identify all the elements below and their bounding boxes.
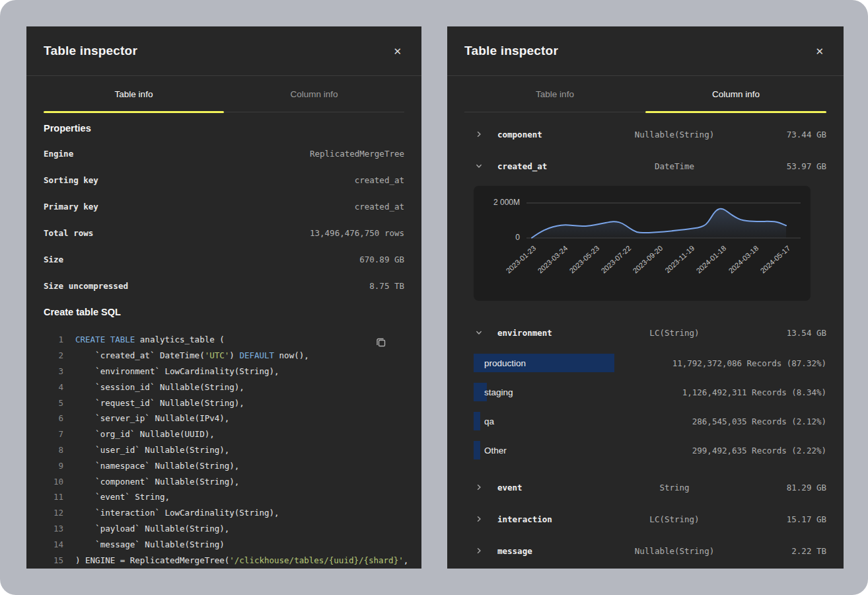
panel-header: Table inspector ✕ [447, 26, 844, 76]
line-number: 15 [44, 555, 63, 565]
code-token: 'UTC' [205, 350, 230, 360]
x-axis-label: 2023-01-23 [504, 244, 537, 275]
env-value-label: qa [484, 416, 692, 426]
tab-table-info[interactable]: Table info [464, 76, 645, 112]
column-type: Nullable(String) [595, 130, 754, 139]
column-name: environment [497, 328, 595, 338]
env-value-records: 299,492,635 Records (2.22%) [692, 446, 826, 456]
code-text: `user_id` Nullable(String), [75, 445, 229, 455]
property-label: Total rows [44, 228, 93, 238]
code-line: 8 `user_id` Nullable(String), [44, 442, 404, 458]
property-value: ReplicatedMergeTree [310, 149, 404, 159]
tab-column-info[interactable]: Column info [645, 76, 826, 112]
code-text: `message` Nullable(String) [75, 539, 225, 549]
property-row: Sorting keycreated_at [44, 167, 404, 193]
line-number: 12 [44, 508, 63, 518]
panel-header: Table inspector ✕ [26, 26, 421, 76]
env-value-row: staging1,126,492,311 Records (8.34%) [464, 377, 826, 407]
code-token: `component` Nullable(String), [75, 477, 239, 487]
tab-label: Table info [115, 89, 153, 99]
line-number: 4 [44, 382, 63, 392]
property-value: 13,496,476,750 rows [310, 228, 404, 238]
tab-table-info[interactable]: Table info [44, 76, 224, 112]
column-row-component[interactable]: componentNullable(String)73.44 GB [464, 118, 826, 150]
property-label: Size [44, 255, 63, 264]
column-type: DateTime [595, 161, 754, 171]
tab-label: Table info [536, 89, 574, 99]
column-size: 15.17 GB [754, 514, 826, 524]
column-row-interaction[interactable]: interactionLC(String)15.17 GB [464, 503, 826, 535]
code-block: 1CREATE TABLE analytics_table (2 `create… [44, 332, 404, 568]
code-line: 9 `namespace` Nullable(String), [44, 457, 404, 473]
chevron-right-icon[interactable] [472, 484, 486, 491]
code-line: 14 `message` Nullable(String) [44, 536, 404, 552]
code-text: `component` Nullable(String), [75, 477, 239, 487]
code-line: 2 `created_at` DateTime('UTC') DEFAULT n… [44, 348, 404, 364]
table-inspector-dialog-right: Table inspector ✕ Table infoColumn info … [447, 26, 844, 569]
code-token: `created_at` DateTime( [75, 350, 205, 360]
column-name: created_at [497, 161, 595, 171]
code-token: DEFAULT [239, 350, 274, 360]
property-value: 8.75 TB [369, 281, 404, 291]
code-token: , [404, 555, 409, 565]
property-value: 670.89 GB [359, 255, 404, 264]
column-size: 2.22 TB [754, 546, 826, 556]
code-token: `environment` LowCardinality(String), [75, 366, 279, 376]
x-axis-label: 2023-03-24 [536, 244, 569, 275]
property-value: created_at [355, 175, 404, 185]
code-token: `server_ip` Nullable(IPv4), [75, 413, 229, 423]
property-label: Engine [44, 149, 73, 159]
x-axis-labels: 2023-01-232023-03-242023-05-232023-07-22… [526, 244, 801, 297]
tab-column-info[interactable]: Column info [224, 76, 404, 112]
sql-code: 1CREATE TABLE analytics_table (2 `create… [44, 332, 404, 568]
env-value-row: Other299,492,635 Records (2.22%) [464, 436, 826, 465]
code-line: 12 `interaction` LowCardinality(String), [44, 505, 404, 521]
table-info-content: Properties EngineReplicatedMergeTreeSort… [26, 123, 421, 568]
line-number: 14 [44, 539, 63, 549]
code-token: `namespace` Nullable(String), [75, 461, 239, 471]
copy-button[interactable] [374, 336, 388, 350]
column-row-created_at[interactable]: created_atDateTime53.97 GB [464, 150, 826, 182]
chevron-right-icon[interactable] [472, 547, 486, 554]
chevron-right-icon[interactable] [472, 131, 486, 138]
code-text: `server_ip` Nullable(IPv4), [75, 413, 229, 423]
code-line: 4 `session_id` Nullable(String), [44, 379, 404, 395]
property-row: Primary keycreated_at [44, 193, 404, 219]
column-row-environment[interactable]: environmentLC(String)13.54 GB [464, 317, 826, 348]
chevron-down-icon[interactable] [472, 329, 486, 336]
line-number: 6 [44, 413, 63, 423]
line-number: 7 [44, 429, 63, 439]
code-token: `payload` Nullable(String), [75, 524, 229, 534]
close-button[interactable]: ✕ [813, 44, 826, 59]
property-label: Size uncompressed [44, 281, 128, 291]
code-text: CREATE TABLE analytics_table ( [75, 335, 225, 344]
code-line: 1CREATE TABLE analytics_table ( [44, 332, 404, 348]
code-token: `user_id` Nullable(String), [75, 445, 229, 455]
chevron-right-icon[interactable] [472, 516, 486, 522]
column-type: LC(String) [595, 328, 754, 338]
code-token: `request_id` Nullable(String), [75, 398, 244, 408]
env-value-bar [474, 412, 480, 430]
env-value-row: qa286,545,035 Records (2.12%) [464, 407, 826, 436]
column-row-event[interactable]: eventString81.29 GB [464, 471, 826, 503]
copy-icon [376, 337, 386, 348]
close-button[interactable]: ✕ [390, 44, 404, 59]
line-number: 9 [44, 461, 63, 471]
x-axis-label: 2023-07-22 [600, 244, 633, 275]
column-list: componentNullable(String)73.44 GBcreated… [447, 112, 844, 567]
code-token: `session_id` Nullable(String), [75, 382, 244, 392]
code-token: `message` Nullable(String) [75, 539, 225, 549]
property-row: Size670.89 GB [44, 246, 404, 272]
env-value-records: 11,792,372,086 Records (87.32%) [672, 358, 826, 368]
column-row-message[interactable]: messageNullable(String)2.22 TB [464, 535, 826, 567]
column-size: 81.29 GB [754, 483, 826, 493]
code-text: `request_id` Nullable(String), [75, 398, 244, 408]
table-inspector-dialog-left: Table inspector ✕ Table infoColumn info … [26, 26, 421, 569]
code-text: `session_id` Nullable(String), [75, 382, 244, 392]
env-value-label: production [484, 358, 672, 368]
code-line: 6 `server_ip` Nullable(IPv4), [44, 411, 404, 426]
code-text: `created_at` DateTime('UTC') DEFAULT now… [75, 350, 309, 360]
page-background: Table inspector ✕ Table infoColumn info … [0, 0, 868, 595]
code-token: now(), [274, 350, 309, 360]
chevron-down-icon[interactable] [472, 163, 486, 169]
